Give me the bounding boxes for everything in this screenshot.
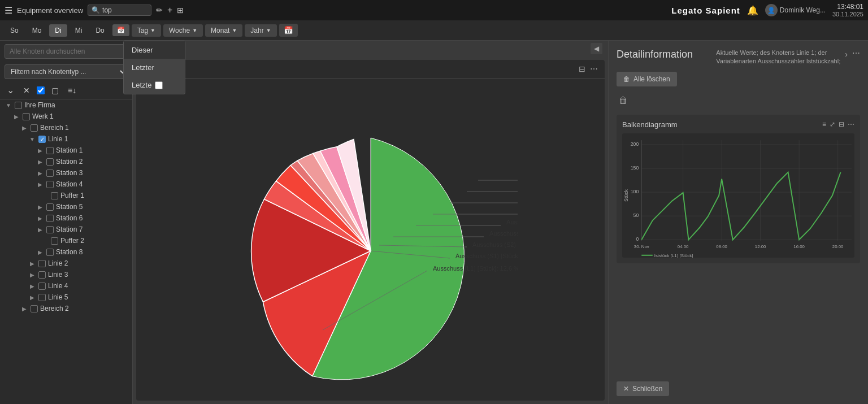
checkbox-puffer2[interactable] [51,237,58,245]
checkbox-linie2[interactable] [38,260,46,267]
period-woche-btn[interactable]: Woche ▼ [163,24,203,37]
checkbox-station3[interactable] [46,170,54,177]
tree-item-station5[interactable]: ▶ Station 5 [0,201,132,212]
list-sort-btn[interactable]: ≡↓ [66,85,79,96]
checkbox-bereich1[interactable] [31,124,38,132]
expand-icon-werk1[interactable]: ▶ [12,114,20,120]
tree-item-werk1[interactable]: ▶ Werk 1 [0,111,132,122]
expand-icon-bereich1[interactable]: ▶ [20,125,28,131]
expand-icon-linie3[interactable]: ▶ [28,272,36,278]
dropdown-item-letzter[interactable]: Letzter [124,59,185,76]
expand-icon-linie4[interactable]: ▶ [28,283,36,289]
checkbox-puffer1[interactable] [51,192,58,199]
checkbox-station5[interactable] [46,203,54,211]
expand-icon-station6[interactable]: ▶ [36,215,44,221]
dropdown-item-letzte[interactable]: Letzte [124,76,185,94]
expand-icon-station2[interactable]: ▶ [36,159,44,165]
sidebar-filter-select[interactable]: Filtern nach Knotentyp ... [5,64,128,79]
expand-icon-bereich2[interactable]: ▶ [20,306,28,312]
tree-item-ihre-firma[interactable]: ▼ Ihre Firma [0,99,132,111]
period-monat-btn[interactable]: Monat ▼ [205,24,242,37]
balken-icon2-btn[interactable]: ⤢ [830,120,835,128]
balken-icon3-btn[interactable]: ⊟ [839,120,844,128]
expand-icon-linie1[interactable]: ▼ [28,136,36,142]
checkbox-station4[interactable] [46,181,54,188]
expand-icon-station5[interactable]: ▶ [36,204,44,210]
tree-item-station1[interactable]: ▶ Station 1 [0,145,132,156]
expand-icon-station4[interactable]: ▶ [36,181,44,188]
tree-item-station8[interactable]: ▶ Station 8 [0,246,132,258]
checkbox-linie3[interactable] [38,271,46,279]
balken-more-btn[interactable]: ⋯ [848,120,854,128]
svg-text:Stück: Stück [623,189,629,202]
expand-icon-station1[interactable]: ▶ [36,147,44,154]
tree-item-station7[interactable]: ▶ Station 7 [0,224,132,235]
tree-item-puffer1[interactable]: Puffer 1 [0,190,132,201]
square-view-btn[interactable]: ▢ [49,85,61,96]
day-di[interactable]: Di [49,24,67,37]
expand-icon-linie5[interactable]: ▶ [28,294,36,301]
checkbox-linie1[interactable]: ✓ [38,136,46,143]
tree-item-puffer2[interactable]: Puffer 2 [0,235,132,246]
tree-item-linie1[interactable]: ▼ ✓ Linie 1 [0,133,132,145]
panel-more-btn[interactable]: ⋯ [852,49,860,58]
expand-icon-station8[interactable]: ▶ [36,249,44,255]
expand-icon-station3[interactable]: ▶ [36,170,44,176]
expand-icon-station7[interactable]: ▶ [36,227,44,233]
period-tag-btn[interactable]: Tag ▼ [132,24,161,37]
expand-all-btn[interactable]: ⌄ [5,84,16,97]
checkbox-station8[interactable] [46,249,54,256]
expand-icon-linie2[interactable]: ▶ [28,260,36,267]
print-icon-btn[interactable]: ⊞ [177,6,184,15]
trash-standalone: 🗑 [617,92,860,109]
checkbox-station2[interactable] [46,158,54,166]
add-icon-btn[interactable]: + [167,5,172,15]
checkbox-bereich2[interactable] [31,305,38,312]
trash-icon-btn[interactable]: 🗑 [617,93,630,108]
clear-all-btn[interactable]: 🗑 Alle löschen [617,72,677,86]
bell-icon-btn[interactable]: 🔔 [747,5,758,16]
checkbox-station1[interactable] [46,147,54,154]
tree-item-station3[interactable]: ▶ Station 3 [0,167,132,179]
expand-icon-ihre-firma[interactable]: ▼ [5,102,12,108]
edit-icon-btn[interactable]: ✏ [156,6,163,15]
checkbox-linie4[interactable] [38,283,46,290]
checkbox-ihre-firma[interactable] [15,102,22,109]
period-jahr-btn[interactable]: Jahr ▼ [245,24,276,37]
day-mi[interactable]: Mi [70,24,88,37]
detail-chevron-icon[interactable]: › [845,50,848,59]
chart-more-btn[interactable]: ⋯ [590,64,598,73]
tree-item-station6[interactable]: ▶ Station 6 [0,212,132,224]
select-all-checkbox[interactable] [37,86,45,94]
calendar-right-btn[interactable]: 📅 [279,24,298,37]
sidebar-search-input[interactable] [5,44,128,59]
tree-item-station4[interactable]: ▶ Station 4 [0,179,132,190]
svg-text:20:00: 20:00 [832,244,844,249]
day-do[interactable]: Do [90,24,110,37]
checkbox-station6[interactable] [46,215,54,222]
menu-icon[interactable]: ☰ [5,5,12,16]
chart-filter-btn[interactable]: ⊟ [579,64,585,73]
checkbox-station7[interactable] [46,226,54,233]
tree-item-linie4[interactable]: ▶ Linie 4 [0,280,132,292]
tree-item-bereich2[interactable]: ▶ Bereich 2 [0,303,132,314]
tree-item-bereich1[interactable]: ▶ Bereich 1 [0,122,132,133]
dropdown-item-dieser[interactable]: Dieser [124,41,185,59]
tree-item-station2[interactable]: ▶ Station 2 [0,156,132,167]
balken-icon1-btn[interactable]: ≡ [822,120,826,128]
search-input[interactable] [102,6,147,14]
tree-item-linie3[interactable]: ▶ Linie 3 [0,269,132,280]
label-linie3: Linie 3 [48,271,68,279]
day-mo[interactable]: Mo [27,24,47,37]
checkbox-linie5[interactable] [38,294,46,301]
tree-item-linie2[interactable]: ▶ Linie 2 [0,258,132,269]
close-btn[interactable]: ✕ Schließen [617,381,669,396]
calendar-left-btn[interactable]: 📅 [112,24,129,36]
tree-item-linie5[interactable]: ▶ Linie 5 [0,292,132,303]
day-so[interactable]: So [5,24,24,37]
close-all-btn[interactable]: ✕ [21,85,32,96]
collapse-right-btn[interactable]: ◀ [591,43,602,54]
label-s2: Ausschuss (S2) [Stück]: 1,0 % [472,241,518,248]
letzte-checkbox[interactable] [155,81,163,89]
checkbox-werk1[interactable] [23,113,30,120]
